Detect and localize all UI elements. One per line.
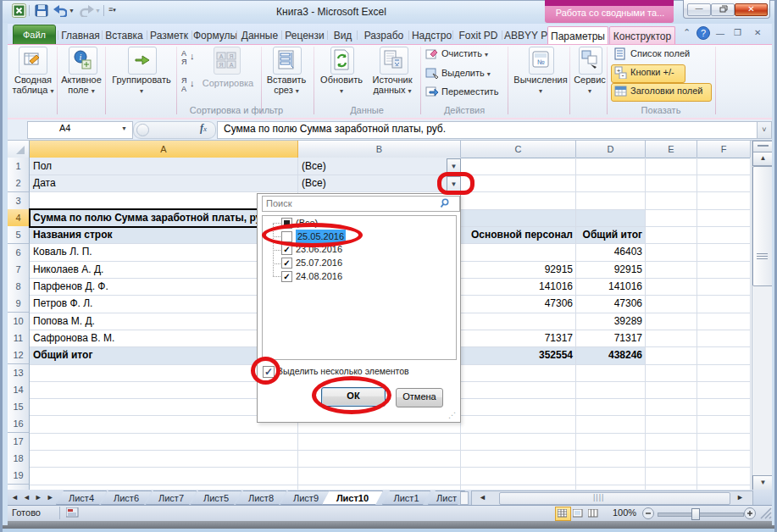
svg-text:Я: Я xyxy=(229,53,233,59)
svg-text:А: А xyxy=(219,53,224,59)
svg-text:i: i xyxy=(80,53,82,62)
svg-text:№: № xyxy=(537,58,545,66)
svg-text:А: А xyxy=(230,62,234,68)
svg-text:-: - xyxy=(622,71,624,79)
svg-text:Я: Я xyxy=(219,62,223,68)
svg-text:?: ? xyxy=(701,28,706,38)
